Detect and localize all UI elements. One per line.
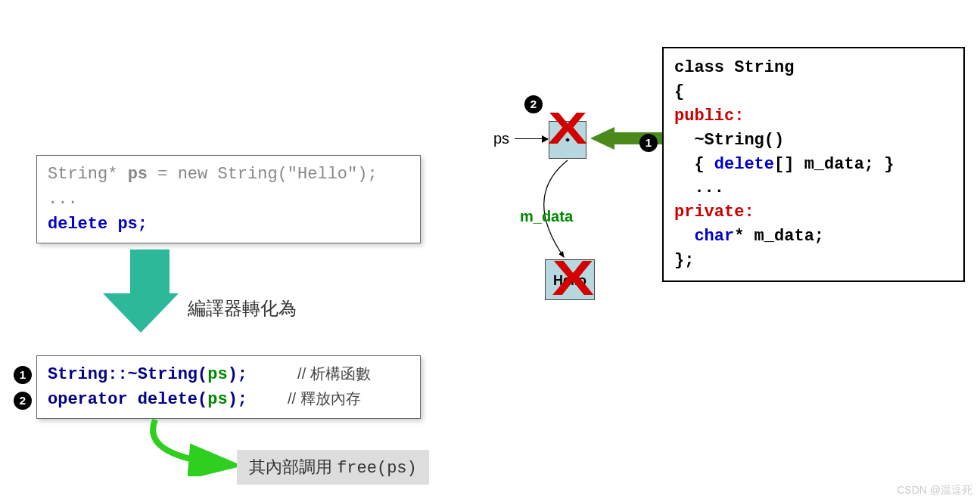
code-text: ( bbox=[198, 390, 207, 409]
code-text: operator delete bbox=[48, 390, 198, 409]
code-line: private: bbox=[674, 200, 953, 225]
code-comment: // 釋放內存 bbox=[288, 390, 361, 407]
code-line: }; bbox=[674, 249, 953, 273]
code-line: { bbox=[674, 80, 953, 104]
code-var: ps; bbox=[117, 215, 148, 234]
down-arrow-icon bbox=[121, 249, 179, 333]
data-box: Hello bbox=[545, 259, 595, 300]
arrow-icon bbox=[515, 138, 548, 139]
code-var: ps bbox=[207, 390, 227, 409]
code-text: ); bbox=[228, 365, 247, 384]
code-box-compiled: String::~String(ps); // 析構函數 operator de… bbox=[36, 355, 421, 419]
code-line: operator delete(ps); // 釋放內存 bbox=[48, 387, 409, 412]
code-text: String* bbox=[48, 165, 128, 184]
code-box-class: class String { public: ~String() { delet… bbox=[662, 47, 965, 282]
label-text: 其內部調用 bbox=[249, 457, 337, 476]
code-text: = new String("Hello"); bbox=[148, 165, 378, 184]
code-line: public: bbox=[674, 104, 953, 129]
code-line: ... bbox=[674, 176, 953, 200]
code-line: ~String() bbox=[674, 129, 953, 153]
code-text: String::~String bbox=[48, 365, 198, 384]
code-text: ); bbox=[228, 390, 247, 409]
code-text: free(ps) bbox=[337, 459, 417, 478]
ps-label: ps bbox=[493, 130, 509, 147]
curved-arrow-icon bbox=[136, 416, 250, 476]
code-keyword: delete bbox=[48, 215, 117, 234]
watermark: CSDN @温逗死 bbox=[897, 484, 972, 497]
code-text: ... bbox=[48, 190, 78, 209]
code-line: String* ps = new String("Hello"); bbox=[48, 162, 409, 187]
number-badge-2: 2 bbox=[524, 95, 543, 113]
pointer-box bbox=[549, 121, 586, 159]
code-text: ( bbox=[198, 365, 207, 384]
free-call-box: 其內部調用 free(ps) bbox=[237, 450, 429, 485]
code-line: delete ps; bbox=[48, 212, 409, 237]
code-box-source: String* ps = new String("Hello"); ... de… bbox=[36, 155, 421, 243]
code-var: ps bbox=[128, 165, 148, 184]
code-line: class String bbox=[674, 56, 953, 80]
code-line: char* m_data; bbox=[674, 225, 953, 249]
mdata-label: m_data bbox=[520, 208, 573, 225]
code-line: { delete[] m_data; } bbox=[674, 153, 953, 177]
number-badge-1: 1 bbox=[14, 366, 32, 384]
code-var: ps bbox=[207, 365, 227, 384]
code-comment: // 析構函數 bbox=[297, 365, 371, 382]
number-badge-2: 2 bbox=[14, 392, 32, 410]
hello-text: Hello bbox=[546, 260, 594, 301]
number-badge-1: 1 bbox=[639, 134, 658, 152]
code-line: String::~String(ps); // 析構函數 bbox=[48, 362, 409, 387]
code-line: ... bbox=[48, 187, 409, 212]
compiler-label: 編譯器轉化為 bbox=[188, 296, 297, 321]
